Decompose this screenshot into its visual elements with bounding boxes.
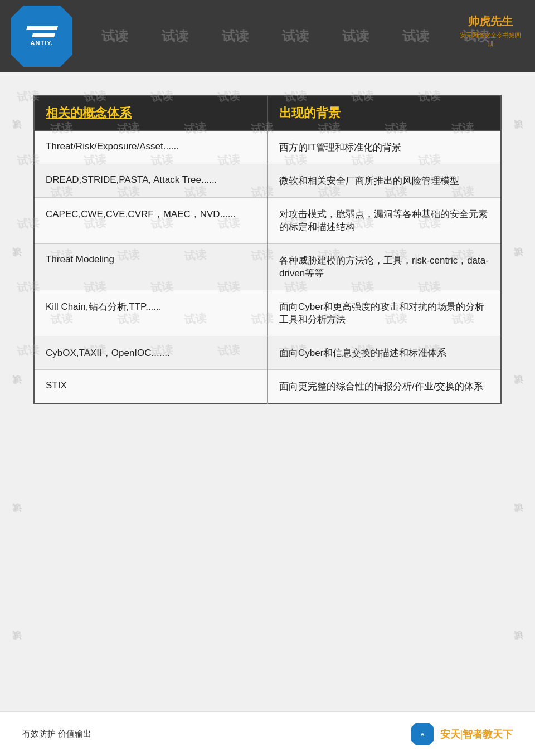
table-cell-col2: 面向更完整的综合性的情报分析/作业/交换的体系 (268, 370, 501, 404)
footer-brand-main: 安天|智者教天下 (440, 728, 513, 741)
wm-6: 试读 (402, 27, 429, 45)
header: ANTIY. 试读 试读 试读 试读 试读 试读 试读 帅虎先生 安天网络安全令… (0, 0, 535, 72)
footer-logo-box: A (411, 723, 437, 745)
wm-4: 试读 (282, 27, 309, 45)
table-cell-col1: STIX (34, 370, 268, 404)
brand-name: 帅虎先生 (468, 14, 513, 29)
table-cell-col1: DREAD,STRIDE,PASTA, Attack Tree...... (34, 164, 268, 198)
brand-sub: 安天网络安全令书第四册 (457, 31, 524, 48)
col1-header: 相关的概念体系 (34, 95, 268, 131)
table-row: Threat Modeling各种威胁建模的方法论，工具，risk-centri… (34, 244, 501, 290)
logo-line-1 (26, 26, 58, 30)
table-cell-col2: 对攻击模式，脆弱点，漏洞等各种基础的安全元素的标定和描述结构 (268, 198, 501, 244)
table-cell-col1: Threat/Risk/Exposure/Asset...... (34, 131, 268, 164)
main-content: 相关的概念体系 出现的背景 Threat/Risk/Exposure/Asset… (0, 72, 535, 415)
wm-3: 试读 (222, 27, 249, 45)
footer-left-text: 有效防护 价值输出 (22, 729, 91, 739)
footer-right: A 安天|智者教天下 (411, 723, 513, 745)
logo-line-2 (32, 33, 55, 37)
table-cell-col2: 微软和相关安全厂商所推出的风险管理模型 (268, 164, 501, 198)
wm-2: 试读 (162, 27, 188, 45)
table-cell-col1: CAPEC,CWE,CVE,CVRF，MAEC，NVD...... (34, 198, 268, 244)
header-watermarks: 试读 试读 试读 试读 试读 试读 试读 (0, 0, 535, 72)
table-cell-col1: CybOX,TAXII，OpenIOC....... (34, 336, 268, 370)
footer-logo-antiy: A (421, 731, 425, 737)
table-row: Threat/Risk/Exposure/Asset......西方的IT管理和… (34, 131, 501, 164)
header-right-logo: 帅虎先生 安天网络安全令书第四册 (457, 6, 524, 56)
table-cell-col2: 面向Cyber和信息交换的描述和标准体系 (268, 336, 501, 370)
table-row: Kill Chain,钻石分析,TTP......面向Cyber和更高强度的攻击… (34, 290, 501, 336)
table-row: CybOX,TAXII，OpenIOC.......面向Cyber和信息交换的描… (34, 336, 501, 370)
col2-header: 出现的背景 (268, 95, 501, 131)
footer-logo-hex: A (411, 723, 434, 745)
table-cell-col1: Threat Modeling (34, 244, 268, 290)
table-cell-col2: 西方的IT管理和标准化的背景 (268, 131, 501, 164)
logo-lines (27, 26, 57, 37)
table-row: DREAD,STRIDE,PASTA, Attack Tree......微软和… (34, 164, 501, 198)
footer-brand: 安天|智者教天下 (440, 728, 513, 741)
table-row: CAPEC,CWE,CVE,CVRF，MAEC，NVD......对攻击模式，脆… (34, 198, 501, 244)
footer: 有效防护 价值输出 A 安天|智者教天下 (0, 711, 535, 756)
wm-5: 试读 (342, 27, 369, 45)
table-row: STIX面向更完整的综合性的情报分析/作业/交换的体系 (34, 370, 501, 404)
logo-text: ANTIY. (31, 40, 54, 46)
logo: ANTIY. (11, 6, 72, 67)
content-table: 相关的概念体系 出现的背景 Threat/Risk/Exposure/Asset… (33, 95, 502, 404)
table-cell-col2: 面向Cyber和更高强度的攻击和对抗的场景的分析工具和分析方法 (268, 290, 501, 336)
wm-1: 试读 (101, 27, 128, 45)
table-header-row: 相关的概念体系 出现的背景 (34, 95, 501, 131)
table-cell-col2: 各种威胁建模的方法论，工具，risk-centric，data-driven等等 (268, 244, 501, 290)
table-cell-col1: Kill Chain,钻石分析,TTP...... (34, 290, 268, 336)
